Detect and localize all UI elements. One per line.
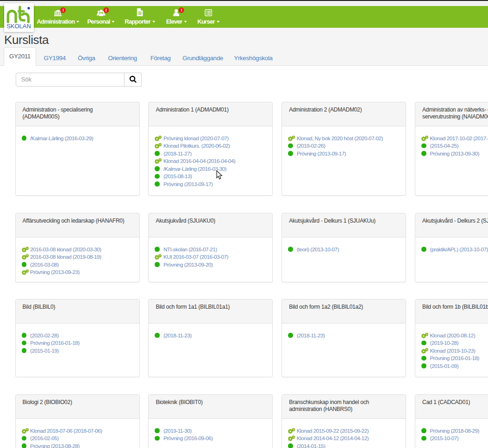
svg-text:SKOLAN: SKOLAN <box>6 23 31 30</box>
